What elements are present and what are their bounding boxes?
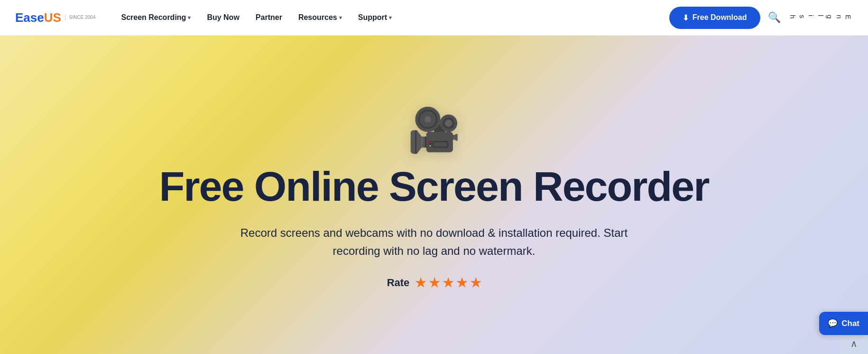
chevron-down-icon: ▾: [389, 15, 392, 21]
star-5: ★: [470, 276, 481, 290]
nav-item-screen-recording[interactable]: Screen Recording ▾: [114, 9, 197, 26]
search-icon[interactable]: 🔍: [768, 11, 781, 24]
rate-label: Rate: [387, 277, 410, 289]
logo-ease: EaseUS: [15, 10, 61, 25]
chat-icon: 💬: [828, 318, 838, 328]
chevron-down-icon: ▾: [188, 15, 191, 21]
chat-button[interactable]: 💬 Chat: [819, 312, 868, 335]
star-1: ★: [415, 276, 426, 290]
nav-item-resources[interactable]: Resources ▾: [292, 9, 349, 26]
hero-section: 🎥 Free Online Screen Recorder Record scr…: [0, 36, 868, 354]
nav-links: Screen Recording ▾ Buy Now Partner Resou…: [114, 9, 659, 26]
navbar: EaseUS SINCE 2004 Screen Recording ▾ Buy…: [0, 0, 868, 36]
chevron-up-icon: ∧: [850, 338, 858, 349]
free-download-button[interactable]: ⬇ Free Download: [669, 7, 760, 29]
hero-title: Free Online Screen Recorder: [159, 165, 709, 208]
nav-right: 🔍 English: [768, 11, 853, 24]
logo[interactable]: EaseUS SINCE 2004: [15, 10, 95, 25]
hero-rating: Rate ★ ★ ★ ★ ★: [387, 276, 481, 290]
nav-item-buy-now[interactable]: Buy Now: [200, 9, 246, 26]
language-selector[interactable]: English: [788, 15, 853, 20]
nav-item-partner[interactable]: Partner: [249, 9, 289, 26]
download-icon: ⬇: [683, 13, 689, 22]
star-3: ★: [443, 276, 453, 290]
hero-subtitle: Record screens and webcams with no downl…: [221, 224, 647, 261]
star-4: ★: [456, 276, 467, 290]
logo-since: SINCE 2004: [65, 15, 96, 20]
camera-icon: 🎥: [407, 109, 461, 151]
nav-item-support[interactable]: Support ▾: [351, 9, 398, 26]
scroll-to-top-button[interactable]: ∧: [840, 333, 868, 354]
star-2: ★: [429, 276, 440, 290]
chevron-down-icon: ▾: [339, 15, 342, 21]
star-rating: ★ ★ ★ ★ ★: [415, 276, 481, 290]
